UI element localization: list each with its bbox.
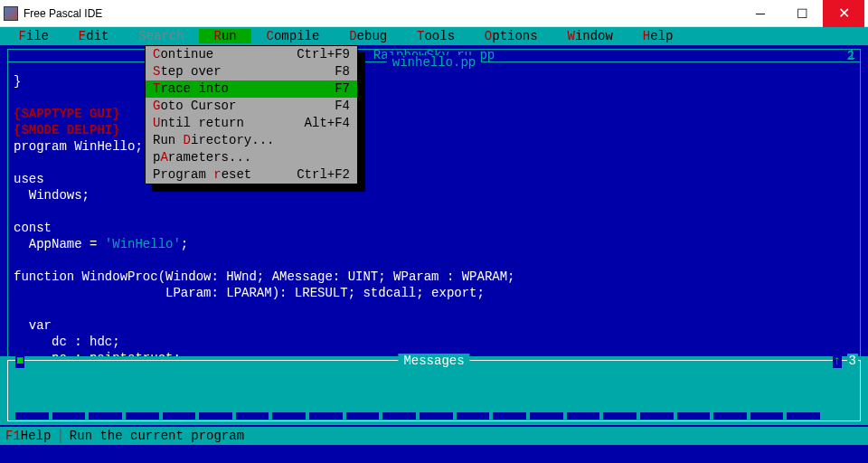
- messages-scroll-left-icon[interactable]: ■: [15, 354, 24, 368]
- code-editor[interactable]: } {$APPTYPE GUI} {$MODE DELPHI} program …: [8, 62, 860, 386]
- editor-frame: winhello.pp 2 } {$APPTYPE GUI} {$MODE DE…: [7, 61, 861, 403]
- run-dropdown: ContinueCtrl+F9 Step overF8 Trace intoF7…: [145, 45, 358, 184]
- statusbar: F1 Help │ Run the current program: [0, 427, 868, 445]
- menu-edit[interactable]: Edit: [63, 29, 123, 43]
- window-title: Free Pascal IDE: [24, 7, 740, 20]
- menu-until-return[interactable]: Until returnAlt+F4: [146, 115, 357, 132]
- menu-window[interactable]: Window: [552, 29, 627, 43]
- tab-front-num: 2: [847, 49, 854, 63]
- menu-debug[interactable]: Debug: [335, 29, 402, 43]
- menubar: File Edit Search Run Compile Debug Tools…: [0, 27, 868, 45]
- messages-window-num: 3: [847, 354, 858, 368]
- menu-step-over[interactable]: Step overF8: [146, 63, 357, 80]
- status-help[interactable]: Help: [21, 429, 52, 443]
- window-titlebar: Free Pascal IDE ─ ☐ ✕: [0, 0, 868, 27]
- menu-continue[interactable]: ContinueCtrl+F9: [146, 46, 357, 63]
- menu-parameters[interactable]: pArameters...: [146, 149, 357, 166]
- menu-tools[interactable]: Tools: [402, 29, 470, 43]
- maximize-button[interactable]: ☐: [781, 0, 823, 27]
- tab-active[interactable]: winhello.pp: [387, 55, 481, 70]
- menu-trace-into[interactable]: Trace intoF7: [146, 80, 357, 98]
- status-hint: Run the current program: [70, 429, 244, 443]
- menu-options[interactable]: Options: [469, 29, 552, 43]
- menu-program-reset[interactable]: Program resetCtrl+F2: [146, 166, 357, 184]
- menu-search[interactable]: Search: [124, 29, 199, 43]
- status-separator: │: [56, 429, 63, 443]
- menu-run-directory[interactable]: Run Directory...: [146, 132, 357, 149]
- menu-compile[interactable]: Compile: [251, 29, 335, 43]
- app-icon: [4, 6, 18, 21]
- window-controls: ─ ☐ ✕: [740, 0, 864, 27]
- messages-frame[interactable]: ■ Messages 3 ↑: [7, 360, 861, 421]
- messages-scroll-up-icon[interactable]: ↑: [833, 354, 842, 368]
- status-fkey: F1: [5, 429, 21, 443]
- messages-hscrollbar[interactable]: [15, 412, 824, 421]
- menu-goto-cursor[interactable]: Goto CursorF4: [146, 98, 357, 115]
- messages-title: Messages: [398, 354, 469, 368]
- workspace: RainbowSky.ru.pp 1 winhello.pp 2 } {$APP…: [0, 45, 868, 445]
- close-button[interactable]: ✕: [823, 0, 864, 27]
- menu-help[interactable]: Help: [627, 29, 687, 43]
- menu-file[interactable]: File: [4, 29, 63, 43]
- messages-panel: ■ Messages 3 ↑: [0, 356, 868, 425]
- minimize-button[interactable]: ─: [740, 0, 781, 27]
- menu-run[interactable]: Run: [199, 29, 251, 43]
